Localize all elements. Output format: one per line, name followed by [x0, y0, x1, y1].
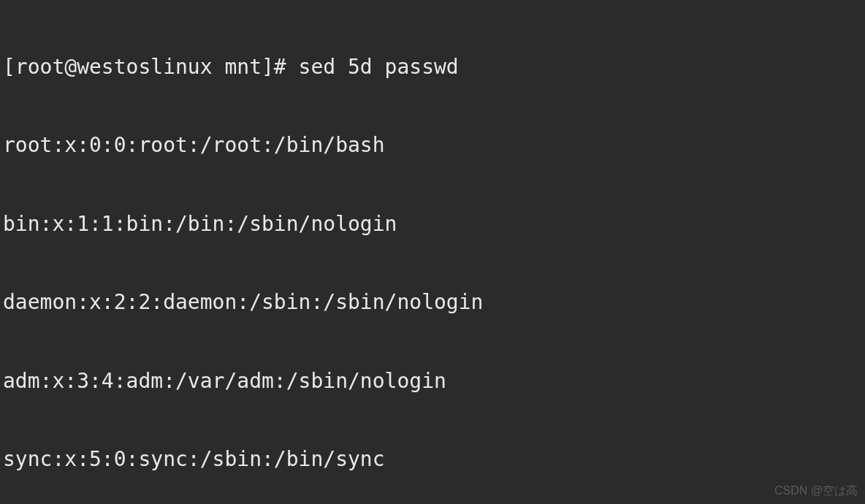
watermark-text: CSDN @空は高 [774, 484, 858, 498]
output-line: adm:x:3:4:adm:/var/adm:/sbin/nologin [3, 368, 862, 394]
command-line: [root@westoslinux mnt]# sed 5d passwd [3, 54, 862, 80]
command-text: sed 5d passwd [299, 55, 459, 79]
terminal-window[interactable]: [root@westoslinux mnt]# sed 5d passwd ro… [3, 1, 862, 504]
output-line: root:x:0:0:root:/root:/bin/bash [3, 132, 862, 159]
output-line: sync:x:5:0:sync:/sbin:/bin/sync [3, 446, 862, 473]
output-line: bin:x:1:1:bin:/bin:/sbin/nologin [3, 211, 862, 237]
shell-prompt: [root@westoslinux mnt]# [3, 55, 299, 79]
output-line: daemon:x:2:2:daemon:/sbin:/sbin/nologin [3, 289, 862, 316]
